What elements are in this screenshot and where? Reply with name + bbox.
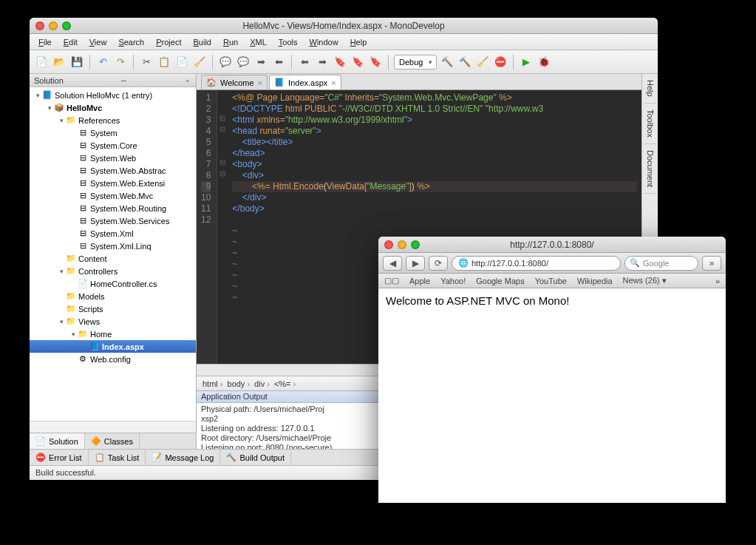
- menu-tools[interactable]: Tools: [273, 38, 304, 47]
- tree-item[interactable]: ⚙Web.config: [30, 353, 196, 365]
- copy-icon[interactable]: 📋: [157, 55, 171, 70]
- comment-icon[interactable]: 💬: [218, 55, 233, 70]
- debug-icon[interactable]: 🐞: [537, 55, 551, 70]
- tree-item[interactable]: ⊟System.Web: [30, 152, 196, 164]
- tree-item[interactable]: ▾📁Controllers: [30, 265, 196, 277]
- tree-item[interactable]: ⊟System.Web.Abstrac: [30, 164, 196, 177]
- tree-item[interactable]: 📄HomeController.cs: [30, 277, 196, 290]
- bottom-tab-task-list[interactable]: 📋Task List: [89, 450, 146, 465]
- panel-minimize-icon[interactable]: –: [119, 75, 129, 86]
- build-icon[interactable]: 🔨: [440, 55, 454, 70]
- side-tab-help[interactable]: Help: [644, 74, 656, 104]
- build-config-select[interactable]: Debug: [394, 55, 437, 70]
- tree-item[interactable]: ▾📁References: [30, 114, 196, 126]
- ide-titlebar[interactable]: HelloMvc - Views/Home/Index.aspx - MonoD…: [30, 18, 658, 34]
- close-icon[interactable]: [35, 21, 44, 30]
- tree-item[interactable]: 📁Scripts: [30, 302, 196, 315]
- bookmark-youtube[interactable]: YouTube: [535, 277, 567, 285]
- nav-back-icon[interactable]: ⬅: [297, 55, 312, 70]
- bookmark-icon[interactable]: 🔖: [333, 55, 347, 70]
- tree-item[interactable]: ▾📁Views: [30, 315, 196, 328]
- delete-icon[interactable]: 🧹: [192, 55, 207, 70]
- tree-item[interactable]: 📘Index.aspx: [30, 340, 196, 353]
- url-bar[interactable]: 🌐 http://127.0.0.1:8080/: [452, 256, 621, 271]
- bookmarks-icon[interactable]: ▢▢: [384, 276, 399, 285]
- uncomment-icon[interactable]: 💬: [236, 55, 251, 70]
- menu-run[interactable]: Run: [217, 38, 244, 47]
- clean-icon[interactable]: 🧹: [475, 55, 490, 70]
- bottom-tab-error-list[interactable]: ⛔Error List: [30, 450, 89, 465]
- tree-item[interactable]: ⊟System.Web.Services: [30, 214, 196, 227]
- tree-item[interactable]: ⊟System.Web.Routing: [30, 202, 196, 214]
- menu-view[interactable]: View: [84, 38, 113, 47]
- disclosure-icon[interactable]: ▾: [58, 268, 65, 275]
- tree-scrollbar[interactable]: [30, 421, 196, 433]
- disclosure-icon[interactable]: ▾: [69, 331, 77, 338]
- menu-file[interactable]: File: [33, 38, 58, 47]
- bookmark-prev-icon[interactable]: 🔖: [368, 55, 383, 70]
- zoom-icon[interactable]: [62, 21, 71, 30]
- tree-item[interactable]: ⊟System.Web.Extensi: [30, 177, 196, 189]
- panel-tab-classes[interactable]: 🔶Classes: [85, 433, 140, 449]
- cut-icon[interactable]: ✂: [139, 55, 154, 70]
- side-tab-toolbox[interactable]: Toolbox: [644, 104, 656, 144]
- run-icon[interactable]: ▶: [519, 55, 534, 70]
- bookmark-next-icon[interactable]: 🔖: [350, 55, 365, 70]
- tree-item[interactable]: ▾📁Home: [30, 328, 196, 340]
- breadcrumb-item[interactable]: <%=: [274, 379, 300, 388]
- line-gutter[interactable]: 123456789101112: [197, 90, 217, 364]
- doc-tab-index-aspx[interactable]: 📘Index.aspx×: [269, 75, 341, 89]
- menu-xml[interactable]: XML: [244, 38, 273, 47]
- breadcrumb-item[interactable]: body: [228, 379, 255, 388]
- bottom-tab-message-log[interactable]: 📝Message Log: [146, 450, 220, 465]
- tree-item[interactable]: ⊟System.Web.Mvc: [30, 189, 196, 202]
- chevron-right-icon[interactable]: »: [702, 256, 721, 271]
- menu-window[interactable]: Window: [303, 38, 344, 47]
- search-bar[interactable]: 🔍 Google: [624, 256, 698, 271]
- breadcrumb-item[interactable]: html: [202, 379, 228, 388]
- back-button[interactable]: ◀: [383, 256, 402, 271]
- stop-icon[interactable]: ⛔: [493, 55, 508, 70]
- disclosure-icon[interactable]: ▾: [34, 92, 41, 99]
- menu-search[interactable]: Search: [112, 38, 150, 47]
- menu-build[interactable]: Build: [188, 38, 217, 47]
- bottom-tab-build-output[interactable]: 🔨Build Output: [220, 450, 291, 465]
- solution-tree[interactable]: ▾📘Solution HelloMvc (1 entry)▾📦HelloMvc▾…: [30, 87, 196, 421]
- tree-item[interactable]: 📁Models: [30, 290, 196, 302]
- tree-item[interactable]: ⊟System: [30, 126, 196, 139]
- zoom-icon[interactable]: [411, 240, 420, 249]
- bookmark-apple[interactable]: Apple: [409, 277, 430, 285]
- fold-column[interactable]: ⊟⊟ ⊟⊟: [217, 90, 228, 364]
- rebuild-icon[interactable]: 🔨: [457, 55, 472, 70]
- bookmarks-overflow-icon[interactable]: »: [715, 277, 720, 285]
- redo-icon[interactable]: ↷: [113, 55, 128, 70]
- bookmark-wikipedia[interactable]: Wikipedia: [577, 277, 613, 285]
- menu-edit[interactable]: Edit: [58, 38, 84, 47]
- tree-item[interactable]: ▾📦HelloMvc: [30, 101, 196, 114]
- tree-item[interactable]: ▾📘Solution HelloMvc (1 entry): [30, 89, 196, 101]
- new-file-icon[interactable]: 📄: [34, 55, 49, 70]
- minimize-icon[interactable]: [398, 240, 406, 249]
- disclosure-icon[interactable]: ▾: [58, 117, 65, 124]
- nav-fwd-icon[interactable]: ➡: [315, 55, 330, 70]
- breadcrumb-item[interactable]: div: [254, 379, 274, 388]
- close-tab-icon[interactable]: ×: [258, 78, 262, 87]
- forward-button[interactable]: ▶: [406, 256, 425, 271]
- panel-tab-solution[interactable]: 📄Solution: [30, 433, 85, 449]
- indent-icon[interactable]: ➡: [253, 55, 268, 70]
- minimize-icon[interactable]: [49, 21, 58, 30]
- doc-tab-welcome[interactable]: 🏠Welcome×: [201, 75, 268, 89]
- bookmark-yahoo-[interactable]: Yahoo!: [440, 277, 466, 285]
- unindent-icon[interactable]: ⬅: [271, 55, 286, 70]
- menu-project[interactable]: Project: [150, 38, 187, 47]
- side-tab-document[interactable]: Document: [644, 144, 656, 194]
- close-icon[interactable]: [384, 240, 393, 249]
- browser-titlebar[interactable]: http://127.0.0.1:8080/: [378, 237, 726, 253]
- open-icon[interactable]: 📂: [52, 55, 67, 70]
- close-tab-icon[interactable]: ×: [331, 78, 336, 87]
- reload-button[interactable]: ⟳: [429, 256, 448, 271]
- save-icon[interactable]: 💾: [69, 55, 84, 70]
- tree-item[interactable]: ⊟System.Xml.Linq: [30, 240, 196, 252]
- tree-item[interactable]: ⊟System.Xml: [30, 227, 196, 240]
- bookmark-google-maps[interactable]: Google Maps: [476, 277, 524, 285]
